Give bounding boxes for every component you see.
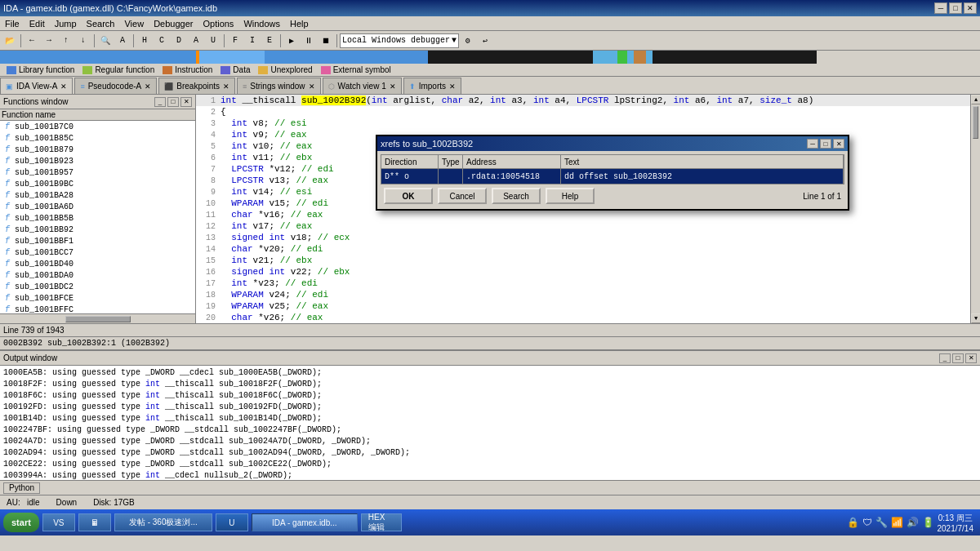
tab-breakpoints[interactable]: ⬛ Breakpoints ✕ — [158, 78, 235, 94]
taskbar-app-vs[interactable]: VS — [42, 513, 75, 531]
panel-close[interactable]: ✕ — [180, 97, 192, 107]
tab-close-pseudo[interactable]: ✕ — [145, 82, 151, 91]
function-item[interactable]: fsub_1001B923 — [0, 155, 195, 167]
toolbar-forward[interactable]: → — [41, 33, 57, 49]
toolbar-open[interactable]: 📂 — [2, 33, 18, 49]
function-list[interactable]: fsub_1001B7C0fsub_1001B85Cfsub_1001B879f… — [0, 121, 195, 313]
code-text: signed int v18; // ecx — [220, 233, 350, 242]
function-item[interactable]: fsub_1001BDC2 — [0, 281, 195, 292]
function-item[interactable]: fsub_1001B85C — [0, 132, 195, 144]
tab-imports[interactable]: ⬆ Imports ✕ — [403, 78, 461, 94]
toolbar-attach[interactable]: ⚙ — [460, 33, 476, 49]
menu-jump[interactable]: Jump — [50, 16, 82, 30]
toolbar-search[interactable]: 🔍 — [97, 33, 114, 49]
function-item[interactable]: fsub_1001BD40 — [0, 258, 195, 269]
modal-help-button[interactable]: Help — [546, 188, 595, 204]
scroll-down[interactable]: ▼ — [971, 313, 980, 323]
tab-close-breakpoints[interactable]: ✕ — [223, 82, 229, 91]
panel-maximize[interactable]: □ — [167, 97, 179, 107]
scroll-up[interactable]: ▲ — [971, 95, 980, 104]
output-close[interactable]: ✕ — [965, 353, 977, 363]
maximize-button[interactable]: □ — [949, 2, 962, 14]
menu-help[interactable]: Help — [285, 16, 314, 30]
toolbar-detach[interactable]: ↩ — [477, 33, 493, 49]
col-address: Address — [463, 155, 561, 168]
code-scrollbar[interactable]: ▲ ▼ — [970, 95, 980, 323]
function-item[interactable]: fsub_1001BFCE — [0, 292, 195, 304]
toolbar-down[interactable]: ↓ — [75, 33, 91, 49]
menu-windows[interactable]: Windows — [238, 16, 285, 30]
toolbar-refs[interactable]: A — [114, 33, 131, 49]
function-item[interactable]: fsub_1001B7C0 — [0, 121, 195, 132]
toolbar-pause[interactable]: ⏸ — [301, 33, 317, 49]
modal-cancel-button[interactable]: Cancel — [438, 188, 487, 204]
toolbar-func[interactable]: F — [227, 33, 243, 49]
tab-close-imports[interactable]: ✕ — [449, 82, 456, 91]
function-item[interactable]: fsub_1001BA28 — [0, 189, 195, 201]
function-item[interactable]: fsub_1001BA6D — [0, 201, 195, 212]
toolbar-run[interactable]: ▶ — [283, 33, 300, 49]
output-header: Output window _ □ ✕ — [0, 351, 980, 366]
code-line: 2{ — [196, 106, 970, 118]
function-item[interactable]: fsub_1001BBF1 — [0, 235, 195, 247]
tab-close-strings[interactable]: ✕ — [309, 82, 315, 91]
toolbar-str[interactable]: A — [188, 33, 204, 49]
menu-search[interactable]: Search — [82, 16, 120, 30]
tab-pseudocode-a[interactable]: ≡ Pseudocode-A ✕ — [74, 78, 157, 94]
modal-search-button[interactable]: Search — [492, 188, 541, 204]
panel-controls: _ □ ✕ — [154, 97, 192, 107]
taskbar-app-u[interactable]: U — [216, 513, 248, 531]
output-content[interactable]: 1000EA5B: using guessed type _DWORD __cd… — [0, 366, 980, 480]
toolbar-stop[interactable]: ⏹ — [318, 33, 334, 49]
tab-ida-view-a[interactable]: ▣ IDA View-A ✕ — [0, 78, 73, 94]
output-restore[interactable]: _ — [939, 353, 951, 363]
menu-edit[interactable]: Edit — [24, 16, 50, 30]
tab-watch[interactable]: ⬡ Watch view 1 ✕ — [323, 78, 402, 94]
function-item[interactable]: fsub_1001BB92 — [0, 224, 195, 235]
function-item[interactable]: fsub_1001B957 — [0, 167, 195, 178]
modal-ok-button[interactable]: OK — [384, 188, 433, 204]
menu-debugger[interactable]: Debugger — [149, 16, 198, 30]
toolbar-data[interactable]: D — [171, 33, 187, 49]
taskbar-app-ida[interactable]: IDA - gamex.idb... — [252, 513, 358, 531]
taskbar-app-360[interactable]: 发帖 - 360极速浏... — [114, 513, 212, 531]
start-button[interactable]: start — [3, 513, 39, 532]
toolbar-back[interactable]: ← — [24, 33, 40, 49]
tab-close-watch[interactable]: ✕ — [390, 82, 396, 91]
function-item[interactable]: fsub_1001BDA0 — [0, 269, 195, 281]
function-item[interactable]: fsub_1001B879 — [0, 144, 195, 155]
menu-options[interactable]: Options — [198, 16, 238, 30]
toolbar-undef[interactable]: U — [205, 33, 221, 49]
au-label: AU: — [7, 498, 20, 507]
toolbar-import[interactable]: I — [244, 33, 261, 49]
nav-seg-green — [617, 51, 627, 64]
menu-view[interactable]: View — [119, 16, 149, 30]
menu-file[interactable]: File — [0, 16, 24, 30]
function-item[interactable]: fsub_1001BB5B — [0, 212, 195, 224]
tab-strings[interactable]: ≡ Strings window ✕ — [237, 78, 321, 94]
toolbar-up[interactable]: ↑ — [58, 33, 74, 49]
python-button[interactable]: Python — [3, 482, 40, 494]
functions-scrollbar-h[interactable] — [0, 313, 195, 323]
toolbar-code[interactable]: C — [154, 33, 170, 49]
toolbar-export[interactable]: E — [261, 33, 278, 49]
modal-maximize[interactable]: □ — [820, 139, 831, 149]
panel-restore[interactable]: _ — [154, 97, 166, 107]
output-maximize[interactable]: □ — [952, 353, 964, 363]
output-line: 10024A7D: using guessed type _DWORD __st… — [3, 436, 977, 447]
taskbar-app-calc[interactable]: 🖩 — [78, 513, 111, 531]
debugger-selector[interactable]: Local Windows debugger ▼ — [340, 33, 459, 48]
function-item[interactable]: fsub_1001BCC7 — [0, 247, 195, 258]
modal-close[interactable]: ✕ — [833, 139, 844, 149]
code-line: 18 WPARAM v24; // edi — [196, 289, 970, 300]
xref-row-0[interactable]: D** o .rdata:10054518 dd offset sub_1002… — [381, 169, 844, 184]
toolbar-hex[interactable]: H — [136, 33, 153, 49]
modal-minimize[interactable]: ─ — [807, 139, 818, 149]
tab-close-ida[interactable]: ✕ — [60, 82, 67, 91]
minimize-button[interactable]: ─ — [934, 2, 947, 14]
function-item[interactable]: fsub_1001BFFC — [0, 304, 195, 313]
nav-seg-cyan — [593, 51, 617, 64]
close-button[interactable]: ✕ — [964, 2, 977, 14]
function-item[interactable]: fsub_1001B9BC — [0, 178, 195, 189]
taskbar-app-hex[interactable]: HEX 编辑 — [361, 513, 402, 531]
